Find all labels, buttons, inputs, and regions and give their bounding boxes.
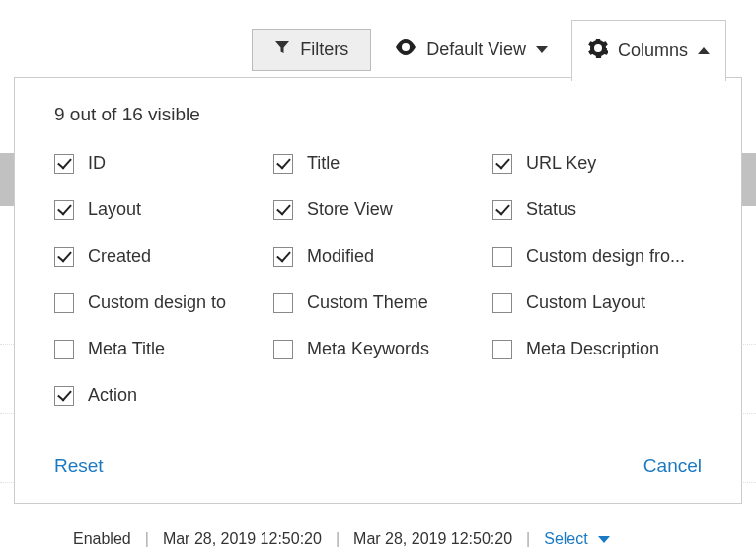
checkbox[interactable]: [492, 340, 512, 359]
checkbox[interactable]: [492, 247, 512, 267]
reset-button[interactable]: Reset: [54, 455, 104, 477]
checkbox[interactable]: [54, 340, 74, 359]
option-label: Custom Theme: [307, 292, 428, 313]
columns-panel: 9 out of 16 visible IDTitleURL KeyLayout…: [14, 77, 742, 504]
modified-cell: Mar 28, 2019 12:50:20: [353, 530, 512, 548]
checkbox[interactable]: [273, 293, 293, 313]
gear-icon: [588, 39, 608, 63]
column-option[interactable]: Status: [492, 199, 702, 220]
filters-button[interactable]: Filters: [252, 29, 371, 71]
option-label: Meta Keywords: [307, 339, 429, 359]
column-option[interactable]: Meta Description: [492, 339, 702, 359]
checkbox[interactable]: [54, 386, 74, 406]
column-option[interactable]: Custom Theme: [273, 292, 483, 313]
option-label: Modified: [307, 246, 374, 267]
checkbox[interactable]: [492, 200, 512, 220]
option-label: Created: [88, 246, 151, 267]
checkbox[interactable]: [273, 340, 293, 359]
column-option[interactable]: Meta Keywords: [273, 339, 483, 359]
status-cell: Enabled: [73, 530, 131, 548]
columns-label: Columns: [618, 40, 688, 61]
chevron-down-icon: [598, 536, 610, 543]
column-option[interactable]: Title: [273, 153, 483, 174]
cancel-button[interactable]: Cancel: [643, 455, 702, 477]
checkbox[interactable]: [54, 200, 74, 220]
columns-button[interactable]: Columns: [571, 20, 726, 81]
column-option[interactable]: Store View: [273, 199, 483, 220]
column-options: IDTitleURL KeyLayoutStore ViewStatusCrea…: [15, 143, 741, 426]
checkbox[interactable]: [273, 154, 293, 174]
eye-icon: [395, 39, 416, 60]
option-label: Status: [526, 199, 576, 220]
view-button[interactable]: Default View: [389, 30, 554, 70]
option-label: Meta Description: [526, 339, 659, 359]
chevron-up-icon: [698, 47, 710, 54]
option-label: Store View: [307, 199, 393, 220]
option-label: Custom design fro...: [526, 246, 685, 267]
funnel-icon: [274, 39, 290, 60]
checkbox[interactable]: [273, 200, 293, 220]
column-option[interactable]: Action: [54, 385, 264, 406]
column-option[interactable]: Custom design fro...: [492, 246, 702, 267]
action-cell[interactable]: Select: [544, 530, 587, 548]
column-option[interactable]: Modified: [273, 246, 483, 267]
column-option[interactable]: Created: [54, 246, 264, 267]
column-option[interactable]: URL Key: [492, 153, 702, 174]
created-cell: Mar 28, 2019 12:50:20: [163, 530, 322, 548]
checkbox[interactable]: [273, 247, 293, 267]
panel-footer: Reset Cancel: [15, 426, 741, 503]
option-label: Custom Layout: [526, 292, 645, 313]
option-label: Custom design to: [88, 292, 226, 313]
option-label: ID: [88, 153, 106, 174]
column-option[interactable]: ID: [54, 153, 264, 174]
column-option[interactable]: Layout: [54, 199, 264, 220]
visible-count-label: 9 out of 16 visible: [15, 78, 741, 143]
option-label: Meta Title: [88, 339, 165, 359]
checkbox[interactable]: [492, 154, 512, 174]
option-label: URL Key: [526, 153, 596, 174]
checkbox[interactable]: [54, 247, 74, 267]
column-option[interactable]: Meta Title: [54, 339, 264, 359]
filters-label: Filters: [300, 39, 348, 60]
checkbox[interactable]: [54, 154, 74, 174]
view-label: Default View: [426, 39, 526, 60]
checkbox[interactable]: [54, 293, 74, 313]
option-label: Title: [307, 153, 340, 174]
chevron-down-icon: [536, 46, 548, 53]
column-option[interactable]: Custom Layout: [492, 292, 702, 313]
option-label: Layout: [88, 199, 141, 220]
checkbox[interactable]: [492, 293, 512, 313]
option-label: Action: [88, 385, 137, 406]
table-row: Enabled | Mar 28, 2019 12:50:20 | Mar 28…: [73, 530, 610, 548]
column-option[interactable]: Custom design to: [54, 292, 264, 313]
